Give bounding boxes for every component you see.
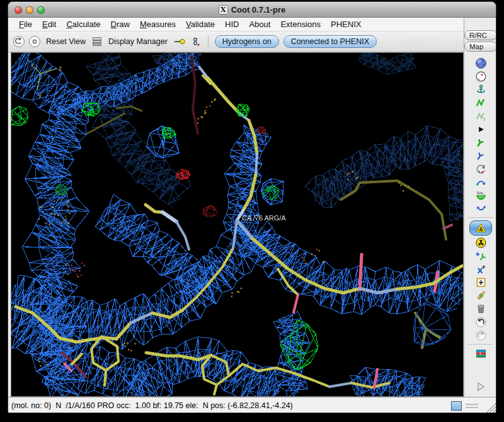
place-atom-at-pointer-button[interactable]: [473, 276, 488, 288]
toolbar-separator: [208, 35, 209, 48]
undo-icon: [475, 316, 487, 328]
refmac-flag-button[interactable]: [473, 347, 488, 360]
menubar: FileEditCalculateDrawMeasuresValidateHID…: [8, 18, 496, 31]
menu-calculate[interactable]: Calculate: [62, 18, 105, 30]
fix-atoms-icon: [475, 84, 487, 96]
menu-measures[interactable]: Measures: [135, 18, 180, 30]
menu-hid[interactable]: HID: [220, 18, 243, 30]
titlebar[interactable]: X Coot 0.7.1-pre: [8, 2, 496, 18]
tool-separator: [468, 344, 493, 345]
add-alt-conf-icon: [475, 263, 487, 275]
model-stick: [360, 254, 362, 290]
jed-flip-button[interactable]: [473, 202, 488, 215]
place-atom-at-pointer-icon: [475, 277, 487, 288]
key-icon[interactable]: [173, 36, 186, 47]
add-terminal-residue-button[interactable]: [473, 249, 488, 262]
jed-flip-icon: [475, 203, 487, 215]
add-alt-conf-button[interactable]: [473, 263, 488, 275]
status-pane-widget[interactable]: [451, 401, 462, 411]
menu-draw[interactable]: Draw: [106, 18, 134, 30]
edit-chi-angles-icon: [475, 163, 487, 175]
tandem-refine-button[interactable]: [473, 70, 488, 83]
axis-label-y: y: [38, 91, 42, 98]
menu-validate[interactable]: Validate: [181, 18, 219, 30]
sphere-refine-icon: [475, 57, 487, 69]
menu-about[interactable]: About: [244, 18, 275, 30]
desktop: X Coot 0.7.1-pre FileEditCalculateDrawMe…: [0, 0, 504, 422]
real-space-refine-zone-icon: [475, 97, 487, 109]
fix-atoms-button[interactable]: [473, 83, 488, 96]
target-icon: [30, 37, 40, 47]
menu-phenix[interactable]: PHENIX: [326, 18, 365, 30]
resize-grip[interactable]: [486, 403, 496, 413]
refmac-flag-icon: [475, 348, 487, 360]
edit-chi-angles-button[interactable]: [473, 163, 488, 175]
refine-regularize-control-button[interactable]: R/RC: [464, 30, 496, 40]
display-manager-icon: [91, 36, 103, 47]
auto-fit-rotamer-icon: [475, 137, 487, 149]
real-space-refine-zone-button[interactable]: [473, 96, 488, 109]
coot-window: X Coot 0.7.1-pre FileEditCalculateDrawMe…: [8, 1, 496, 413]
rotamer-brush-icon: [475, 290, 487, 302]
redo-icon: [475, 329, 487, 341]
model-stick: [256, 154, 257, 174]
map-button[interactable]: Map: [464, 42, 496, 52]
delete-item-icon: [475, 303, 487, 315]
molecule-icon[interactable]: [190, 36, 202, 47]
display-manager-button[interactable]: Display Manager: [107, 36, 169, 47]
model-stick: [105, 370, 106, 385]
regularize-zone-icon: ?: [475, 110, 487, 122]
delete-item-button[interactable]: [473, 302, 488, 315]
rigid-body-fit-zone-icon: [475, 123, 487, 135]
side-chain-180-flip-button[interactable]: Side: [473, 189, 488, 202]
picked-atom-label: CA /76 ARG/A: [242, 214, 286, 222]
simple-mutate-button[interactable]: [473, 236, 488, 249]
sphere-refine-button[interactable]: [473, 57, 488, 69]
back-view-button[interactable]: [13, 36, 25, 47]
menu-edit[interactable]: Edit: [38, 18, 60, 30]
run-script-button[interactable]: [474, 380, 487, 393]
status-splitter-handle[interactable]: [466, 404, 478, 408]
status-text: (mol. no: 0) N /1/A/160 PRO occ: 1.00 bf…: [8, 401, 293, 410]
menu-extensions[interactable]: Extensions: [276, 18, 325, 30]
statusbar: (mol. no: 0) N /1/A/160 PRO occ: 1.00 bf…: [8, 397, 496, 413]
rigid-body-fit-zone-button[interactable]: [473, 123, 488, 135]
zoom-button[interactable]: [37, 6, 45, 14]
modelling-toolbar: ?Side: [464, 57, 496, 360]
right-panel: R/RC Map ?Side: [464, 18, 496, 397]
gl-canvas-frame: xzyCA /76 ARG/A: [11, 52, 464, 397]
menu-file[interactable]: File: [14, 18, 37, 30]
rotamers-icon: [475, 150, 487, 162]
mutate-and-autofit-button[interactable]: [469, 220, 492, 236]
minimize-button[interactable]: [26, 6, 33, 14]
svg-text:?: ?: [482, 116, 484, 122]
flip-peptide-icon: [475, 176, 487, 188]
flip-peptide-button[interactable]: [473, 176, 488, 188]
side-chain-180-flip-icon: Side: [475, 190, 487, 202]
main-toolbar: Reset View Display Manager Hydrogens on …: [8, 31, 464, 52]
phenix-connection-toggle[interactable]: Connected to PHENIX: [284, 35, 377, 48]
svg-text:Side: Side: [476, 190, 483, 194]
mutate-and-autofit-icon: [475, 222, 487, 234]
rotamer-brush-button[interactable]: [473, 289, 488, 302]
regularize-zone-button[interactable]: ?: [473, 110, 488, 122]
redo-button[interactable]: [473, 329, 488, 341]
reset-view-button[interactable]: Reset View: [45, 36, 87, 47]
window-controls: [14, 2, 45, 18]
simple-mutate-icon: [475, 237, 487, 249]
model-map-canvas[interactable]: xzyCA /76 ARG/A: [11, 53, 463, 396]
hydrogens-toggle[interactable]: Hydrogens on: [215, 35, 279, 48]
axis-label-x: x: [31, 62, 34, 69]
window-title: Coot 0.7.1-pre: [231, 5, 286, 14]
add-terminal-residue-icon: [475, 250, 487, 262]
tool-separator: [468, 217, 493, 218]
rotamers-button[interactable]: [473, 149, 488, 162]
auto-fit-rotamer-button[interactable]: [473, 136, 488, 149]
axis-label-z: z: [59, 65, 62, 72]
record-view-button[interactable]: [29, 36, 40, 47]
close-button[interactable]: [14, 6, 22, 14]
window-title-wrap: X Coot 0.7.1-pre: [219, 5, 286, 14]
back-arrow-icon: [14, 37, 24, 47]
undo-button[interactable]: [473, 316, 488, 328]
x11-icon: X: [219, 5, 228, 14]
